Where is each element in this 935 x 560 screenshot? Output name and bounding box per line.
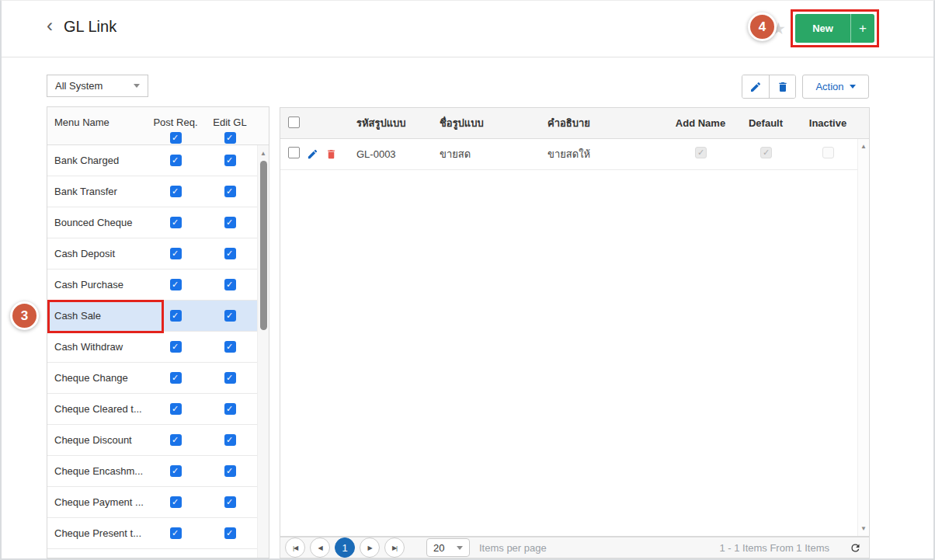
system-filter-value: All System (55, 80, 103, 92)
post-req-checkbox[interactable] (170, 279, 182, 290)
menu-item-label: Cheque Encashm... (47, 465, 148, 477)
name-column-header: ชื่อรูปแบบ (434, 115, 542, 131)
menu-item-label: Cheque Change (47, 372, 148, 384)
edit-gl-checkbox[interactable] (224, 527, 236, 539)
pagination-bar: |◀ ◀ 1 ▶ ▶| 20 Items per page 1 - 1 Item… (280, 537, 870, 558)
add-name-checkbox (695, 147, 707, 158)
menu-list-item[interactable]: Cheque Change (47, 363, 269, 394)
page-size-dropdown[interactable]: 20 (426, 538, 470, 557)
system-filter-dropdown[interactable]: All System (47, 75, 148, 97)
edit-button[interactable] (742, 75, 769, 98)
menu-list-item[interactable]: Cash Purchase (47, 270, 269, 301)
scroll-down-arrow-icon[interactable]: ▼ (858, 525, 869, 532)
next-page-button[interactable]: ▶ (360, 537, 380, 558)
scroll-up-arrow-icon[interactable]: ▲ (258, 150, 269, 157)
row-delete-trash-icon[interactable] (325, 148, 337, 160)
post-req-checkbox[interactable] (170, 496, 182, 508)
post-req-select-all-checkbox[interactable] (170, 132, 182, 144)
row-edit-pencil-icon[interactable] (307, 148, 318, 160)
menu-list-item[interactable]: Cheque Present t... (47, 518, 269, 549)
default-checkbox (760, 147, 772, 158)
post-req-checkbox[interactable] (170, 248, 182, 259)
edit-gl-checkbox[interactable] (224, 248, 236, 259)
annotation-badge-3: 3 (10, 301, 39, 330)
edit-gl-checkbox[interactable] (224, 403, 236, 415)
edit-gl-checkbox[interactable] (224, 341, 236, 353)
edit-gl-checkbox[interactable] (224, 465, 236, 477)
menu-list-item[interactable]: Cash Deposit (47, 238, 269, 270)
post-req-checkbox[interactable] (170, 434, 182, 446)
menu-item-label: Cheque Present t... (47, 527, 148, 539)
menu-name-column-header: Menu Name (47, 117, 148, 128)
row-code: GL-0003 (350, 148, 434, 160)
gl-link-page: ‹ GL Link ★ 4 New + All System Menu Name… (0, 0, 935, 560)
inactive-checkbox (822, 147, 834, 158)
edit-gl-checkbox[interactable] (224, 310, 236, 322)
edit-gl-select-all-checkbox[interactable] (224, 132, 236, 144)
delete-button[interactable] (769, 75, 795, 98)
post-req-column-header: Post Req. (148, 117, 203, 128)
last-page-button[interactable]: ▶| (384, 537, 405, 558)
code-column-header: รหัสรูปแบบ (350, 115, 434, 131)
grid-body: GL-0003 ขายสด ขายสดให้ (280, 139, 869, 170)
items-per-page-label: Items per page (479, 542, 547, 554)
items-range-label: 1 - 1 Items From 1 Items (719, 542, 829, 554)
row-select-checkbox[interactable] (288, 147, 300, 158)
menu-list-item[interactable]: Cheque Discount (47, 425, 269, 456)
action-dropdown-button[interactable]: Action (802, 75, 869, 99)
edit-gl-checkbox[interactable] (224, 372, 236, 384)
menu-item-label: Cash Deposit (47, 248, 148, 259)
post-req-checkbox[interactable] (170, 403, 182, 415)
menu-item-label: Bank Charged (47, 155, 148, 166)
edit-gl-checkbox[interactable] (224, 279, 236, 290)
post-req-checkbox[interactable] (170, 465, 182, 477)
post-req-checkbox[interactable] (170, 186, 182, 197)
add-name-column-header: Add Name (666, 117, 735, 129)
chevron-down-icon (850, 85, 856, 89)
menu-item-label: Cheque Discount (47, 434, 148, 446)
first-page-button[interactable]: |◀ (285, 537, 305, 558)
menu-list-item[interactable]: Cash Withdraw (47, 332, 269, 363)
post-req-checkbox[interactable] (170, 310, 182, 322)
post-req-checkbox[interactable] (170, 341, 182, 353)
menu-list-item[interactable]: Bounced Cheque (47, 207, 269, 238)
menu-list-item[interactable]: Bank Transfer (47, 176, 269, 207)
page-title: GL Link (64, 18, 116, 36)
default-column-header: Default (735, 117, 797, 129)
menu-list-item[interactable]: Cheque Cleared t... (47, 394, 269, 425)
menu-list-item[interactable]: Cheque Payment ... (47, 487, 269, 518)
current-page-button[interactable]: 1 (335, 537, 355, 558)
post-req-checkbox[interactable] (170, 527, 182, 539)
gl-format-grid: รหัสรูปแบบ ชื่อรูปแบบ คำอธิบาย Add Name … (280, 107, 870, 537)
menu-item-label: Cheque Payment ... (47, 496, 148, 508)
menu-list-scrollbar[interactable]: ▲ (257, 145, 269, 558)
refresh-icon[interactable] (850, 542, 861, 554)
edit-gl-checkbox[interactable] (224, 155, 236, 166)
edit-gl-checkbox[interactable] (224, 217, 236, 228)
description-column-header: คำอธิบาย (542, 115, 666, 131)
chevron-down-icon (457, 546, 463, 550)
scrollbar-thumb[interactable] (260, 161, 267, 330)
post-req-checkbox[interactable] (170, 217, 182, 228)
menu-list-item[interactable]: Bank Charged (47, 145, 269, 176)
post-req-checkbox[interactable] (170, 372, 182, 384)
back-chevron-icon[interactable]: ‹ (47, 16, 53, 35)
page-size-value: 20 (433, 542, 444, 554)
menu-panel-header: Menu Name Post Req. Edit GL (47, 107, 269, 145)
edit-gl-checkbox[interactable] (224, 496, 236, 508)
post-req-checkbox[interactable] (170, 155, 182, 166)
grid-header-row: รหัสรูปแบบ ชื่อรูปแบบ คำอธิบาย Add Name … (280, 108, 869, 139)
prev-page-button[interactable]: ◀ (310, 537, 330, 558)
scroll-up-arrow-icon[interactable]: ▲ (858, 143, 869, 150)
menu-item-label: Bank Transfer (47, 186, 148, 197)
menu-item-label: Cheque Cleared t... (47, 403, 148, 415)
page-header: ‹ GL Link ★ 4 New + (2, 1, 933, 57)
edit-gl-checkbox[interactable] (224, 186, 236, 197)
grid-scrollbar[interactable]: ▲ ▼ (857, 139, 869, 536)
menu-list-item[interactable]: Cheque Encashm... (47, 456, 269, 487)
annotation-box-cash-sale (47, 300, 164, 333)
select-all-rows-checkbox[interactable] (288, 117, 300, 128)
edit-gl-checkbox[interactable] (224, 434, 236, 446)
menu-list: Bank Charged Bank Transfer Bounced Chequ… (47, 145, 269, 549)
grid-data-row[interactable]: GL-0003 ขายสด ขายสดให้ (280, 139, 869, 170)
